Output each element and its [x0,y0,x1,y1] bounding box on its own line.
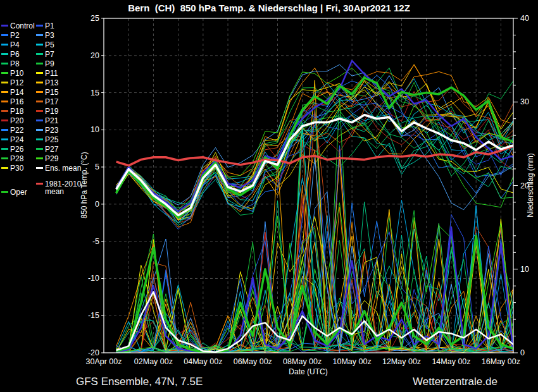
legend-item-p5-swatch [36,44,43,46]
legend-item-p16-swatch [1,101,8,102]
legend-item-p15-label: P15 [45,88,58,97]
legend-item-p13-label: P13 [45,78,58,87]
legend-item-ens-mean: Ens. mean [36,164,81,172]
legend-item-ens-mean-label: Ens. mean [45,164,81,173]
y-axis-title-temp: 850 hPa Temp. (°C) [80,152,89,218]
legend-item-p22-label: P22 [10,126,23,135]
temp-tick-label: 5 [95,162,99,171]
x-tick-label: 12May 00z [382,357,421,366]
legend-item-p1: P1 [36,21,54,30]
x-tick-label: 14May 00z [432,357,470,366]
legend-item-p8-swatch [1,63,8,64]
legend-item-p26: P26 [1,145,23,153]
legend-item-p9: P9 [36,59,54,68]
legend-item-p22-swatch [1,129,8,131]
legend-item-p1-label: P1 [45,21,54,30]
legend-item-p25: P25 [36,135,58,144]
legend-item-p3-label: P3 [45,31,54,40]
legend-item-p15-swatch [36,91,43,93]
legend-item-p6-swatch [1,53,8,55]
legend-item-p18: P18 [1,107,23,115]
legend-item-p17-label: P17 [45,97,58,106]
legend-item-p11-swatch [36,72,43,74]
legend-item-p28-swatch [1,157,8,159]
legend-item-p24-label: P24 [10,135,23,144]
legend-item-p7-label: P7 [45,50,54,59]
legend-item-control-swatch [1,25,8,27]
legend-item-control: Control [1,21,35,30]
legend-item-p2: P2 [1,31,20,39]
legend-item-p7: P7 [36,50,54,58]
temp-tick-label: -20 [88,348,99,357]
x-tick-label: 08May 00z [283,357,322,366]
x-tick-label: 06May 00z [234,357,272,366]
legend-item-p9-swatch [36,63,43,64]
legend-item-p30: P30 [1,164,23,172]
y-axis-title-precip: Niederschlag (mm) [526,153,535,217]
temp-tick-label: -10 [88,274,99,283]
legend-item-p20-swatch [1,119,8,121]
legend-item-p2-swatch [1,34,8,36]
legend-item-p5: P5 [36,40,54,49]
legend-item-p4-swatch [1,44,8,46]
legend-item-oper-swatch [1,191,8,193]
legend-item-p10-swatch [1,72,8,74]
legend-item-p14-label: P14 [10,88,23,97]
legend-item-p13: P13 [36,78,58,87]
legend-item-p14-swatch [1,91,8,93]
meteogram-page: Bern (CH) 850 hPa Temp. & Niederschlag |… [0,0,538,392]
legend-item-p19-label: P19 [45,107,58,116]
legend-item-p13-swatch [36,82,43,83]
legend-item-p28: P28 [1,154,23,162]
temp-tick-label: 20 [91,51,99,60]
legend-item-p6: P6 [1,50,20,58]
legend-item-p29: P29 [36,154,58,162]
precip-tick-label: 40 [520,14,529,23]
site-caption: Wetterzentrale.de [413,376,497,388]
legend-item-p21-swatch [36,119,43,121]
legend-item-p20: P20 [1,116,23,125]
legend-item-p25-swatch [36,138,43,140]
legend-item-p27-label: P27 [45,145,58,154]
legend-item-control-label: Control [10,21,35,30]
legend-item-p29-label: P29 [45,154,58,163]
legend-item-p26-label: P26 [10,145,23,154]
legend-item-p17: P17 [36,97,58,106]
climate-mean-line [116,146,513,166]
model-caption: GFS Ensemble, 47N, 7.5E [76,376,203,388]
legend-item-p28-label: P28 [10,154,23,163]
legend-item-p27: P27 [36,145,58,153]
legend-item-p2-label: P2 [10,31,20,40]
temp-tick-label: 15 [91,89,99,97]
legend-item-oper: Oper [1,188,27,196]
x-axis-title: Date (UTC) [289,367,327,376]
x-tick-label: 10May 00z [333,357,372,366]
legend-item-p22: P22 [1,126,23,134]
member-temp-line-P30 [116,82,513,217]
legend-item-p12-swatch [1,82,8,83]
precip-tick-label: 0 [520,348,525,357]
legend-item-p15: P15 [36,88,58,96]
legend-item-p20-label: P20 [10,116,23,125]
legend-item-p1-swatch [36,25,43,27]
legend-item-p8-label: P8 [10,59,20,68]
legend-item-p17-swatch [36,101,43,102]
legend-item-p16-label: P16 [10,97,23,106]
legend-item-p23-swatch [36,129,43,131]
legend-item-p26-swatch [1,148,8,150]
legend-item-p3: P3 [36,31,54,39]
legend-item-p30-swatch [1,167,8,169]
temp-tick-label: 10 [91,125,99,134]
legend-item-p29-swatch [36,157,43,159]
legend-item-p19-swatch [36,110,43,112]
legend-item-p18-label: P18 [10,107,23,116]
legend-item-p10-label: P10 [10,69,23,78]
legend-item-p21: P21 [36,116,58,125]
precip-tick-label: 30 [520,97,529,106]
x-tick-label: 04May 00z [184,357,222,366]
legend-item-p21-label: P21 [45,116,58,125]
temp-tick-label: -5 [92,237,99,246]
member-precip-line-P18 [116,110,513,353]
temp-tick-label: -15 [88,311,99,320]
legend-item-p4-label: P4 [10,40,20,49]
